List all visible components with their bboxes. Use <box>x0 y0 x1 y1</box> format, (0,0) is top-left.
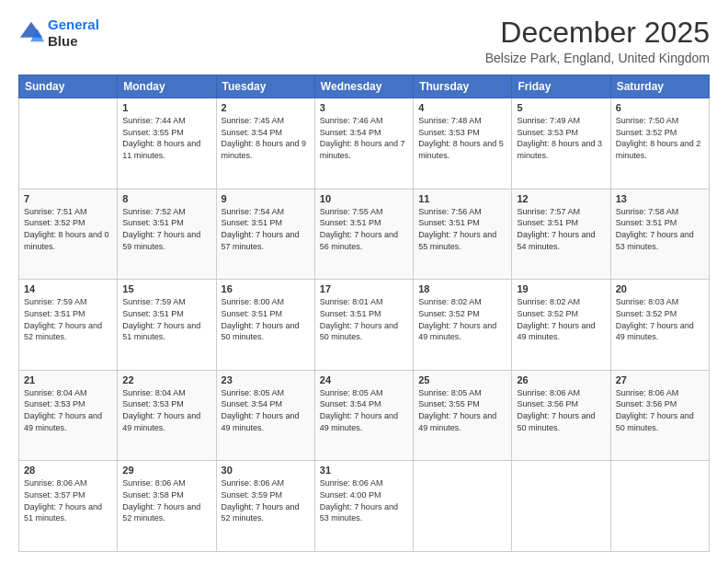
page: General Blue December 2025 Belsize Park,… <box>0 0 728 563</box>
calendar-cell: 11Sunrise: 7:56 AMSunset: 3:51 PMDayligh… <box>414 189 512 280</box>
calendar-header-monday: Monday <box>118 75 216 98</box>
calendar-cell: 5Sunrise: 7:49 AMSunset: 3:53 PMDaylight… <box>512 98 610 190</box>
calendar-cell: 8Sunrise: 7:52 AMSunset: 3:51 PMDaylight… <box>118 189 216 280</box>
day-number: 2 <box>222 102 310 113</box>
cell-info: Sunrise: 7:50 AMSunset: 3:52 PMDaylight:… <box>616 115 704 161</box>
calendar-week-1: 1Sunrise: 7:44 AMSunset: 3:55 PMDaylight… <box>19 98 710 190</box>
calendar-cell: 7Sunrise: 7:51 AMSunset: 3:52 PMDaylight… <box>19 189 118 280</box>
logo-text: General Blue <box>48 17 99 50</box>
calendar-cell: 22Sunrise: 8:04 AMSunset: 3:53 PMDayligh… <box>118 370 216 461</box>
cell-info: Sunrise: 7:59 AMSunset: 3:51 PMDaylight:… <box>24 296 112 342</box>
calendar-cell: 24Sunrise: 8:05 AMSunset: 3:54 PMDayligh… <box>314 370 413 461</box>
calendar-cell <box>19 98 118 190</box>
calendar-header-tuesday: Tuesday <box>216 75 314 98</box>
cell-info: Sunrise: 7:52 AMSunset: 3:51 PMDaylight:… <box>122 206 210 252</box>
cell-info: Sunrise: 8:03 AMSunset: 3:52 PMDaylight:… <box>616 296 704 342</box>
calendar-header-wednesday: Wednesday <box>314 75 413 98</box>
day-number: 9 <box>222 193 310 204</box>
calendar-cell: 17Sunrise: 8:01 AMSunset: 3:51 PMDayligh… <box>314 280 413 371</box>
calendar-week-4: 21Sunrise: 8:04 AMSunset: 3:53 PMDayligh… <box>19 370 710 461</box>
day-number: 7 <box>24 193 112 204</box>
calendar-cell <box>414 461 512 552</box>
calendar-cell <box>610 461 709 552</box>
cell-info: Sunrise: 8:02 AMSunset: 3:52 PMDaylight:… <box>418 296 506 342</box>
day-number: 22 <box>122 374 210 385</box>
cell-info: Sunrise: 7:59 AMSunset: 3:51 PMDaylight:… <box>122 296 210 342</box>
cell-info: Sunrise: 8:02 AMSunset: 3:52 PMDaylight:… <box>517 296 605 342</box>
calendar-cell: 1Sunrise: 7:44 AMSunset: 3:55 PMDaylight… <box>118 98 216 190</box>
calendar-cell: 18Sunrise: 8:02 AMSunset: 3:52 PMDayligh… <box>414 280 512 371</box>
calendar-cell: 23Sunrise: 8:05 AMSunset: 3:54 PMDayligh… <box>216 370 314 461</box>
title-block: December 2025 Belsize Park, England, Uni… <box>485 17 710 65</box>
calendar-header-row: SundayMondayTuesdayWednesdayThursdayFrid… <box>19 75 710 98</box>
cell-info: Sunrise: 8:04 AMSunset: 3:53 PMDaylight:… <box>122 387 210 433</box>
calendar-cell: 9Sunrise: 7:54 AMSunset: 3:51 PMDaylight… <box>216 189 314 280</box>
calendar-week-5: 28Sunrise: 8:06 AMSunset: 3:57 PMDayligh… <box>19 461 710 552</box>
calendar-cell: 4Sunrise: 7:48 AMSunset: 3:53 PMDaylight… <box>414 98 512 190</box>
day-number: 14 <box>24 283 112 294</box>
day-number: 3 <box>320 102 408 113</box>
month-title: December 2025 <box>485 17 710 49</box>
cell-info: Sunrise: 8:06 AMSunset: 4:00 PMDaylight:… <box>320 477 408 523</box>
calendar-week-3: 14Sunrise: 7:59 AMSunset: 3:51 PMDayligh… <box>19 280 710 371</box>
calendar-cell: 2Sunrise: 7:45 AMSunset: 3:54 PMDaylight… <box>216 98 314 190</box>
calendar-week-2: 7Sunrise: 7:51 AMSunset: 3:52 PMDaylight… <box>19 189 710 280</box>
header: General Blue December 2025 Belsize Park,… <box>18 17 710 65</box>
cell-info: Sunrise: 7:57 AMSunset: 3:51 PMDaylight:… <box>517 206 605 252</box>
day-number: 28 <box>24 465 112 476</box>
calendar-cell: 13Sunrise: 7:58 AMSunset: 3:51 PMDayligh… <box>610 189 709 280</box>
cell-info: Sunrise: 7:46 AMSunset: 3:54 PMDaylight:… <box>320 115 408 161</box>
day-number: 26 <box>517 374 605 385</box>
day-number: 11 <box>418 193 506 204</box>
day-number: 19 <box>517 283 605 294</box>
cell-info: Sunrise: 7:55 AMSunset: 3:51 PMDaylight:… <box>320 206 408 252</box>
day-number: 12 <box>517 193 605 204</box>
day-number: 30 <box>222 465 310 476</box>
cell-info: Sunrise: 7:56 AMSunset: 3:51 PMDaylight:… <box>418 206 506 252</box>
calendar-cell: 29Sunrise: 8:06 AMSunset: 3:58 PMDayligh… <box>118 461 216 552</box>
calendar-cell: 20Sunrise: 8:03 AMSunset: 3:52 PMDayligh… <box>610 280 709 371</box>
cell-info: Sunrise: 7:44 AMSunset: 3:55 PMDaylight:… <box>122 115 210 161</box>
calendar-cell: 6Sunrise: 7:50 AMSunset: 3:52 PMDaylight… <box>610 98 709 190</box>
cell-info: Sunrise: 7:58 AMSunset: 3:51 PMDaylight:… <box>616 206 704 252</box>
cell-info: Sunrise: 8:06 AMSunset: 3:59 PMDaylight:… <box>222 477 310 523</box>
calendar-cell: 28Sunrise: 8:06 AMSunset: 3:57 PMDayligh… <box>19 461 118 552</box>
calendar-cell: 19Sunrise: 8:02 AMSunset: 3:52 PMDayligh… <box>512 280 610 371</box>
cell-info: Sunrise: 8:05 AMSunset: 3:54 PMDaylight:… <box>320 387 408 433</box>
day-number: 16 <box>222 283 310 294</box>
cell-info: Sunrise: 8:06 AMSunset: 3:57 PMDaylight:… <box>24 477 112 523</box>
calendar-header-thursday: Thursday <box>414 75 512 98</box>
day-number: 21 <box>24 374 112 385</box>
day-number: 13 <box>616 193 704 204</box>
cell-info: Sunrise: 7:45 AMSunset: 3:54 PMDaylight:… <box>222 115 310 161</box>
logo: General Blue <box>18 17 99 50</box>
calendar-table: SundayMondayTuesdayWednesdayThursdayFrid… <box>18 75 710 552</box>
cell-info: Sunrise: 8:06 AMSunset: 3:56 PMDaylight:… <box>517 387 605 433</box>
day-number: 17 <box>320 283 408 294</box>
day-number: 6 <box>616 102 704 113</box>
calendar-header-friday: Friday <box>512 75 610 98</box>
calendar-cell: 12Sunrise: 7:57 AMSunset: 3:51 PMDayligh… <box>512 189 610 280</box>
day-number: 29 <box>122 465 210 476</box>
calendar-cell: 26Sunrise: 8:06 AMSunset: 3:56 PMDayligh… <box>512 370 610 461</box>
cell-info: Sunrise: 7:48 AMSunset: 3:53 PMDaylight:… <box>418 115 506 161</box>
calendar-cell: 14Sunrise: 7:59 AMSunset: 3:51 PMDayligh… <box>19 280 118 371</box>
cell-info: Sunrise: 8:04 AMSunset: 3:53 PMDaylight:… <box>24 387 112 433</box>
calendar-cell: 16Sunrise: 8:00 AMSunset: 3:51 PMDayligh… <box>216 280 314 371</box>
cell-info: Sunrise: 8:06 AMSunset: 3:58 PMDaylight:… <box>122 477 210 523</box>
day-number: 20 <box>616 283 704 294</box>
cell-info: Sunrise: 7:54 AMSunset: 3:51 PMDaylight:… <box>222 206 310 252</box>
calendar-cell: 27Sunrise: 8:06 AMSunset: 3:56 PMDayligh… <box>610 370 709 461</box>
calendar-cell: 25Sunrise: 8:05 AMSunset: 3:55 PMDayligh… <box>414 370 512 461</box>
location: Belsize Park, England, United Kingdom <box>485 51 710 65</box>
calendar-header-sunday: Sunday <box>19 75 118 98</box>
cell-info: Sunrise: 8:06 AMSunset: 3:56 PMDaylight:… <box>616 387 704 433</box>
day-number: 18 <box>418 283 506 294</box>
cell-info: Sunrise: 8:00 AMSunset: 3:51 PMDaylight:… <box>222 296 310 342</box>
day-number: 25 <box>418 374 506 385</box>
cell-info: Sunrise: 8:05 AMSunset: 3:55 PMDaylight:… <box>418 387 506 433</box>
day-number: 8 <box>122 193 210 204</box>
day-number: 4 <box>418 102 506 113</box>
day-number: 23 <box>222 374 310 385</box>
calendar-header-saturday: Saturday <box>610 75 709 98</box>
